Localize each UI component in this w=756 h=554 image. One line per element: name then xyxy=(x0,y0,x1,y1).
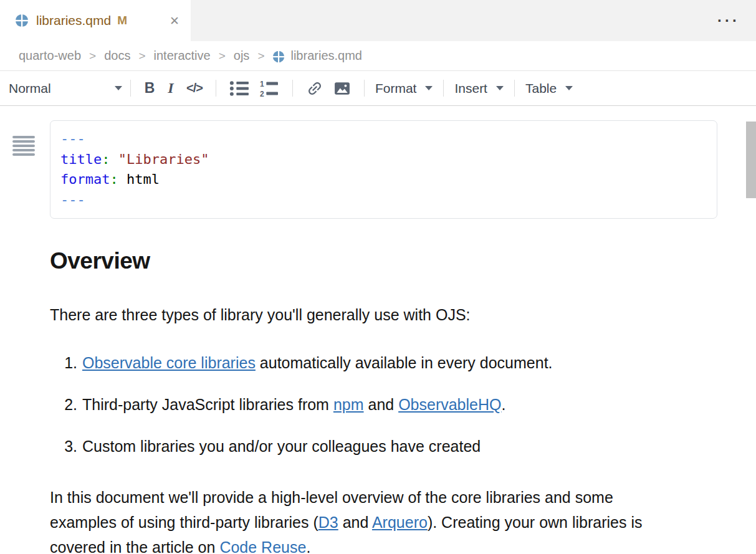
toolbar-divider xyxy=(292,80,293,97)
svg-text:2: 2 xyxy=(260,89,264,97)
editor-content[interactable]: ---title: "Libraries"format: html--- Ove… xyxy=(0,120,756,554)
insert-menu[interactable]: Insert xyxy=(452,81,506,96)
bold-button[interactable]: B xyxy=(139,76,160,101)
toolbar-divider xyxy=(364,80,365,97)
breadcrumb: quarto-web > docs > interactive > ojs > … xyxy=(0,41,756,71)
vertical-scrollbar-thumb[interactable] xyxy=(746,122,756,198)
breadcrumb-separator: > xyxy=(89,49,96,63)
paragraph-style-select[interactable]: Normal xyxy=(9,81,122,96)
intro-paragraph: There are three types of library you'll … xyxy=(50,302,679,327)
inline-link[interactable]: npm xyxy=(333,396,364,413)
code-line: format: html xyxy=(60,170,707,190)
text-run: Third-party JavaScript libraries from xyxy=(82,396,333,413)
tab-filename: libraries.qmd xyxy=(36,13,111,28)
code-line: --- xyxy=(60,190,707,211)
inline-link[interactable]: Code Reuse xyxy=(219,538,306,554)
block-drag-handle-icon[interactable] xyxy=(12,136,35,156)
inline-link[interactable]: ObservableHQ xyxy=(398,396,501,413)
link-icon xyxy=(306,80,323,97)
inline-link[interactable]: Observable core libraries xyxy=(82,354,256,371)
list-number: 1. xyxy=(50,353,77,373)
text-run: . xyxy=(502,396,506,413)
toolbar-divider xyxy=(443,80,444,97)
bullet-list-button[interactable] xyxy=(224,76,254,101)
text-run: There are three types of library you'll … xyxy=(50,306,471,323)
tab-bar: libraries.qmd M ✕ ··· xyxy=(0,0,756,41)
numbered-list-icon: 1 2 xyxy=(259,80,279,97)
breadcrumb-separator: > xyxy=(257,49,264,63)
list-number: 3. xyxy=(50,436,77,457)
format-menu[interactable]: Format xyxy=(373,81,436,96)
library-types-list: 1. Observable core libraries automatical… xyxy=(50,353,706,457)
italic-icon: I xyxy=(168,80,173,97)
insert-image-button[interactable] xyxy=(328,76,356,101)
yaml-front-matter-block[interactable]: ---title: "Libraries"format: html--- xyxy=(50,120,717,219)
editor-tab-libraries[interactable]: libraries.qmd M ✕ xyxy=(0,0,191,41)
list-item-text: Observable core libraries automatically … xyxy=(82,353,553,373)
more-actions-icon[interactable]: ··· xyxy=(717,13,740,28)
breadcrumb-item-docs[interactable]: docs xyxy=(104,49,130,63)
breadcrumb-separator: > xyxy=(138,49,145,63)
list-number: 2. xyxy=(50,394,77,415)
editor-window: libraries.qmd M ✕ ··· quarto-web > docs … xyxy=(0,0,756,554)
list-item: 3. Custom libraries you and/or your coll… xyxy=(50,436,706,457)
text-run: and xyxy=(338,513,372,531)
breadcrumb-separator: > xyxy=(219,49,226,63)
bold-icon: B xyxy=(145,80,155,97)
code-line: title: "Libraries" xyxy=(60,150,707,170)
quarto-icon xyxy=(272,50,285,63)
svg-text:1: 1 xyxy=(260,80,264,88)
tab-bar-spacer: ··· xyxy=(191,0,756,41)
formatting-toolbar: Normal B I </> 1 2 xyxy=(0,71,756,106)
numbered-list-button[interactable]: 1 2 xyxy=(254,76,284,101)
code-icon: </> xyxy=(186,81,203,95)
modified-badge: M xyxy=(117,14,127,27)
breadcrumb-item-interactive[interactable]: interactive xyxy=(154,49,211,63)
breadcrumb-item-ojs[interactable]: ojs xyxy=(234,49,250,63)
text-run: and xyxy=(364,396,399,413)
list-item-text: Third-party JavaScript libraries from np… xyxy=(82,394,505,415)
toolbar-divider xyxy=(130,80,131,97)
inline-link[interactable]: D3 xyxy=(318,513,338,531)
close-icon[interactable]: ✕ xyxy=(170,14,179,28)
insert-link-button[interactable] xyxy=(301,76,328,101)
table-menu[interactable]: Table xyxy=(523,81,575,96)
toolbar-divider xyxy=(216,80,216,97)
code-line: --- xyxy=(60,129,707,150)
list-item: 2. Third-party JavaScript libraries from… xyxy=(50,394,706,415)
text-run: automatically available in every documen… xyxy=(256,354,553,371)
toolbar-divider xyxy=(514,80,515,97)
outro-paragraph: In this document we'll provide a high-le… xyxy=(50,485,679,554)
text-run: Custom libraries you and/or your colleag… xyxy=(82,437,481,455)
breadcrumb-item-file[interactable]: libraries.qmd xyxy=(290,49,361,63)
heading-overview: Overview xyxy=(50,248,706,274)
paragraph-style-value: Normal xyxy=(9,81,51,96)
quarto-icon xyxy=(15,14,29,27)
text-run: . xyxy=(306,538,310,554)
bullet-list-icon xyxy=(229,80,249,97)
italic-button[interactable]: I xyxy=(160,76,181,101)
chevron-down-icon xyxy=(115,86,122,90)
chevron-down-icon xyxy=(496,86,504,90)
inline-link[interactable]: Arquero xyxy=(372,513,428,531)
list-item-text: Custom libraries you and/or your colleag… xyxy=(82,436,481,457)
image-icon xyxy=(333,80,351,97)
list-item: 1. Observable core libraries automatical… xyxy=(50,353,706,373)
chevron-down-icon xyxy=(565,86,573,90)
chevron-down-icon xyxy=(425,86,433,90)
code-button[interactable]: </> xyxy=(181,76,208,101)
breadcrumb-item-quarto-web[interactable]: quarto-web xyxy=(19,49,81,63)
